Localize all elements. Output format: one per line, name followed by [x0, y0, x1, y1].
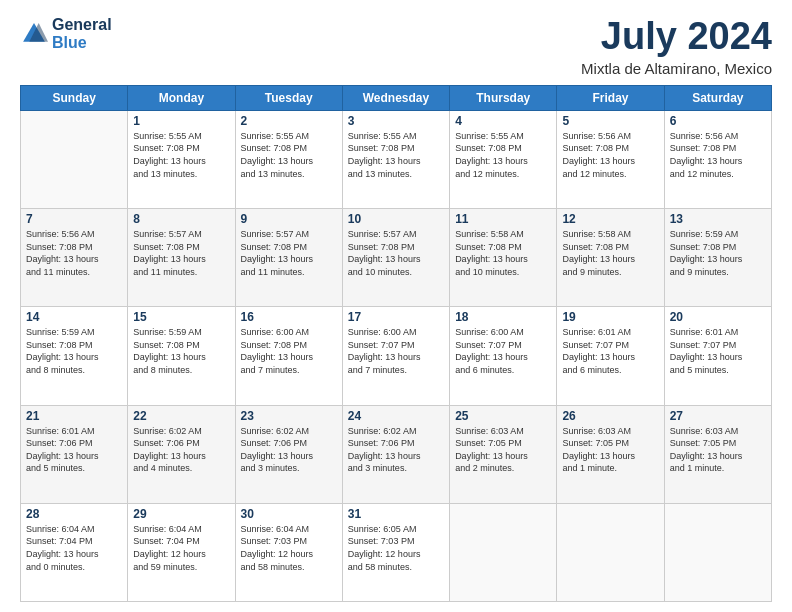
calendar-cell: 16Sunrise: 6:00 AM Sunset: 7:08 PM Dayli…: [235, 307, 342, 405]
logo-icon: [20, 20, 48, 48]
day-info: Sunrise: 6:02 AM Sunset: 7:06 PM Dayligh…: [348, 425, 444, 475]
day-number: 12: [562, 212, 658, 226]
day-number: 3: [348, 114, 444, 128]
day-info: Sunrise: 6:04 AM Sunset: 7:04 PM Dayligh…: [26, 523, 122, 573]
weekday-header-saturday: Saturday: [664, 85, 771, 110]
day-info: Sunrise: 5:57 AM Sunset: 7:08 PM Dayligh…: [348, 228, 444, 278]
day-number: 4: [455, 114, 551, 128]
calendar-cell: 19Sunrise: 6:01 AM Sunset: 7:07 PM Dayli…: [557, 307, 664, 405]
calendar-cell: 6Sunrise: 5:56 AM Sunset: 7:08 PM Daylig…: [664, 110, 771, 208]
day-info: Sunrise: 5:58 AM Sunset: 7:08 PM Dayligh…: [455, 228, 551, 278]
day-number: 28: [26, 507, 122, 521]
calendar-cell: 27Sunrise: 6:03 AM Sunset: 7:05 PM Dayli…: [664, 405, 771, 503]
day-info: Sunrise: 6:04 AM Sunset: 7:03 PM Dayligh…: [241, 523, 337, 573]
day-number: 11: [455, 212, 551, 226]
day-info: Sunrise: 6:01 AM Sunset: 7:06 PM Dayligh…: [26, 425, 122, 475]
day-number: 30: [241, 507, 337, 521]
day-number: 24: [348, 409, 444, 423]
day-number: 17: [348, 310, 444, 324]
calendar-cell: [557, 503, 664, 601]
calendar-cell: 26Sunrise: 6:03 AM Sunset: 7:05 PM Dayli…: [557, 405, 664, 503]
calendar-cell: 18Sunrise: 6:00 AM Sunset: 7:07 PM Dayli…: [450, 307, 557, 405]
calendar-week-row: 1Sunrise: 5:55 AM Sunset: 7:08 PM Daylig…: [21, 110, 772, 208]
calendar-cell: 2Sunrise: 5:55 AM Sunset: 7:08 PM Daylig…: [235, 110, 342, 208]
day-number: 27: [670, 409, 766, 423]
day-info: Sunrise: 5:55 AM Sunset: 7:08 PM Dayligh…: [455, 130, 551, 180]
calendar-table: SundayMondayTuesdayWednesdayThursdayFrid…: [20, 85, 772, 602]
weekday-header-thursday: Thursday: [450, 85, 557, 110]
day-info: Sunrise: 5:55 AM Sunset: 7:08 PM Dayligh…: [241, 130, 337, 180]
calendar-cell: [450, 503, 557, 601]
day-info: Sunrise: 6:05 AM Sunset: 7:03 PM Dayligh…: [348, 523, 444, 573]
calendar-cell: 28Sunrise: 6:04 AM Sunset: 7:04 PM Dayli…: [21, 503, 128, 601]
day-info: Sunrise: 5:57 AM Sunset: 7:08 PM Dayligh…: [241, 228, 337, 278]
calendar-cell: 17Sunrise: 6:00 AM Sunset: 7:07 PM Dayli…: [342, 307, 449, 405]
calendar-cell: 22Sunrise: 6:02 AM Sunset: 7:06 PM Dayli…: [128, 405, 235, 503]
calendar-cell: 11Sunrise: 5:58 AM Sunset: 7:08 PM Dayli…: [450, 209, 557, 307]
day-number: 31: [348, 507, 444, 521]
weekday-header-wednesday: Wednesday: [342, 85, 449, 110]
day-info: Sunrise: 5:59 AM Sunset: 7:08 PM Dayligh…: [670, 228, 766, 278]
day-number: 25: [455, 409, 551, 423]
calendar-header-row: SundayMondayTuesdayWednesdayThursdayFrid…: [21, 85, 772, 110]
day-info: Sunrise: 5:56 AM Sunset: 7:08 PM Dayligh…: [26, 228, 122, 278]
calendar-cell: [664, 503, 771, 601]
calendar-cell: 23Sunrise: 6:02 AM Sunset: 7:06 PM Dayli…: [235, 405, 342, 503]
calendar-cell: 7Sunrise: 5:56 AM Sunset: 7:08 PM Daylig…: [21, 209, 128, 307]
day-number: 22: [133, 409, 229, 423]
day-info: Sunrise: 5:58 AM Sunset: 7:08 PM Dayligh…: [562, 228, 658, 278]
day-number: 16: [241, 310, 337, 324]
calendar-cell: 31Sunrise: 6:05 AM Sunset: 7:03 PM Dayli…: [342, 503, 449, 601]
day-number: 21: [26, 409, 122, 423]
day-info: Sunrise: 6:01 AM Sunset: 7:07 PM Dayligh…: [562, 326, 658, 376]
calendar-cell: 13Sunrise: 5:59 AM Sunset: 7:08 PM Dayli…: [664, 209, 771, 307]
day-info: Sunrise: 6:01 AM Sunset: 7:07 PM Dayligh…: [670, 326, 766, 376]
calendar-cell: 25Sunrise: 6:03 AM Sunset: 7:05 PM Dayli…: [450, 405, 557, 503]
calendar-cell: 30Sunrise: 6:04 AM Sunset: 7:03 PM Dayli…: [235, 503, 342, 601]
calendar-cell: 8Sunrise: 5:57 AM Sunset: 7:08 PM Daylig…: [128, 209, 235, 307]
calendar-cell: [21, 110, 128, 208]
day-info: Sunrise: 5:57 AM Sunset: 7:08 PM Dayligh…: [133, 228, 229, 278]
calendar-week-row: 7Sunrise: 5:56 AM Sunset: 7:08 PM Daylig…: [21, 209, 772, 307]
day-number: 8: [133, 212, 229, 226]
calendar-cell: 20Sunrise: 6:01 AM Sunset: 7:07 PM Dayli…: [664, 307, 771, 405]
weekday-header-sunday: Sunday: [21, 85, 128, 110]
day-number: 19: [562, 310, 658, 324]
day-info: Sunrise: 5:59 AM Sunset: 7:08 PM Dayligh…: [133, 326, 229, 376]
calendar-cell: 9Sunrise: 5:57 AM Sunset: 7:08 PM Daylig…: [235, 209, 342, 307]
day-number: 13: [670, 212, 766, 226]
calendar-cell: 21Sunrise: 6:01 AM Sunset: 7:06 PM Dayli…: [21, 405, 128, 503]
month-title: July 2024: [581, 16, 772, 58]
day-number: 20: [670, 310, 766, 324]
calendar-cell: 4Sunrise: 5:55 AM Sunset: 7:08 PM Daylig…: [450, 110, 557, 208]
day-info: Sunrise: 6:04 AM Sunset: 7:04 PM Dayligh…: [133, 523, 229, 573]
weekday-header-monday: Monday: [128, 85, 235, 110]
weekday-header-friday: Friday: [557, 85, 664, 110]
day-info: Sunrise: 6:03 AM Sunset: 7:05 PM Dayligh…: [455, 425, 551, 475]
calendar-cell: 29Sunrise: 6:04 AM Sunset: 7:04 PM Dayli…: [128, 503, 235, 601]
day-info: Sunrise: 6:02 AM Sunset: 7:06 PM Dayligh…: [241, 425, 337, 475]
day-number: 10: [348, 212, 444, 226]
calendar-cell: 5Sunrise: 5:56 AM Sunset: 7:08 PM Daylig…: [557, 110, 664, 208]
day-number: 2: [241, 114, 337, 128]
day-number: 6: [670, 114, 766, 128]
day-info: Sunrise: 5:59 AM Sunset: 7:08 PM Dayligh…: [26, 326, 122, 376]
day-number: 26: [562, 409, 658, 423]
calendar-week-row: 14Sunrise: 5:59 AM Sunset: 7:08 PM Dayli…: [21, 307, 772, 405]
calendar-cell: 12Sunrise: 5:58 AM Sunset: 7:08 PM Dayli…: [557, 209, 664, 307]
title-block: July 2024 Mixtla de Altamirano, Mexico: [581, 16, 772, 77]
calendar-cell: 14Sunrise: 5:59 AM Sunset: 7:08 PM Dayli…: [21, 307, 128, 405]
day-info: Sunrise: 6:03 AM Sunset: 7:05 PM Dayligh…: [670, 425, 766, 475]
day-number: 1: [133, 114, 229, 128]
day-number: 23: [241, 409, 337, 423]
calendar-cell: 10Sunrise: 5:57 AM Sunset: 7:08 PM Dayli…: [342, 209, 449, 307]
location-title: Mixtla de Altamirano, Mexico: [581, 60, 772, 77]
day-number: 9: [241, 212, 337, 226]
day-info: Sunrise: 6:02 AM Sunset: 7:06 PM Dayligh…: [133, 425, 229, 475]
day-number: 15: [133, 310, 229, 324]
calendar-cell: 3Sunrise: 5:55 AM Sunset: 7:08 PM Daylig…: [342, 110, 449, 208]
day-number: 18: [455, 310, 551, 324]
day-info: Sunrise: 5:55 AM Sunset: 7:08 PM Dayligh…: [348, 130, 444, 180]
day-number: 29: [133, 507, 229, 521]
day-number: 5: [562, 114, 658, 128]
